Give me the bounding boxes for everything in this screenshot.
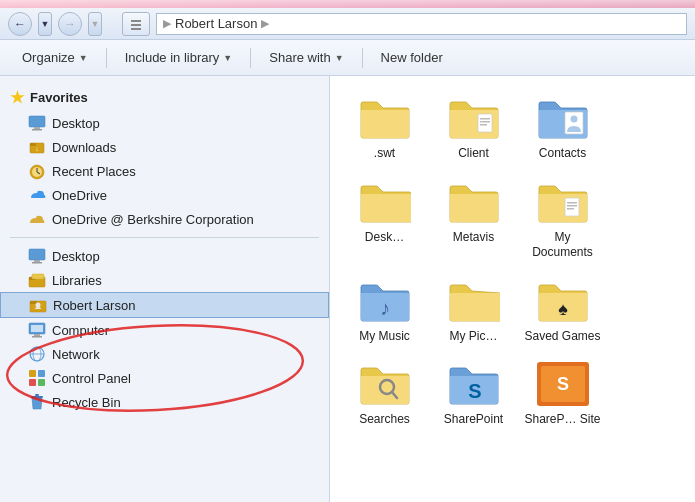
svg-rect-24 (34, 334, 40, 336)
recycle-bin-icon (28, 393, 46, 411)
desktop2-icon (28, 247, 46, 265)
sidebar-item-robert-larson[interactable]: Robert Larson (0, 292, 329, 318)
folder-label-saved-games: Saved Games (524, 329, 600, 345)
sidebar-item-onedrive-corp[interactable]: OneDrive @ Berkshire Corporation (0, 207, 329, 231)
svg-rect-1 (131, 24, 141, 26)
toolbar: Organize ▼ Include in library ▼ Share wi… (0, 40, 695, 76)
back-dropdown[interactable]: ▼ (38, 12, 52, 36)
svg-rect-23 (31, 325, 43, 332)
folder-label-sharepoint-site: ShareP… Site (524, 412, 600, 428)
sidebar-item-network[interactable]: Network (0, 342, 329, 366)
new-folder-button[interactable]: New folder (371, 46, 453, 69)
sidebar-item-recent[interactable]: Recent Places (0, 159, 329, 183)
folder-label-contacts: Contacts (539, 146, 586, 162)
svg-rect-4 (34, 127, 40, 129)
svg-text:S: S (556, 374, 568, 394)
sidebar-item-control-panel[interactable]: Control Panel (0, 366, 329, 390)
svg-rect-2 (131, 28, 141, 30)
share-arrow: ▼ (335, 53, 344, 63)
sidebar-item-libraries[interactable]: Libraries (0, 268, 329, 292)
recent-locations-button[interactable] (122, 12, 150, 36)
toolbar-separator-1 (106, 48, 107, 68)
sidebar-item-onedrive[interactable]: OneDrive (0, 183, 329, 207)
sidebar-item-desktop[interactable]: Desktop (0, 111, 329, 135)
sidebar-desktop-label: Desktop (52, 116, 100, 131)
folder-label-sharepoint: SharePoint (444, 412, 503, 428)
folder-label-my-music: My Music (359, 329, 410, 345)
folder-label-my-documents: My Documents (524, 230, 601, 261)
downloads-icon: ↓ (28, 138, 46, 156)
sidebar-onedrive-corp-label: OneDrive @ Berkshire Corporation (52, 212, 254, 227)
folder-item-sharepoint-site[interactable]: S ShareP… Site (520, 354, 605, 434)
sidebar-control-panel-label: Control Panel (52, 371, 131, 386)
share-with-button[interactable]: Share with ▼ (259, 46, 353, 69)
folder-item-my-music[interactable]: ♪ My Music (342, 271, 427, 351)
svg-text:↓: ↓ (35, 145, 39, 152)
forward-button[interactable]: → (58, 12, 82, 36)
svg-rect-0 (131, 20, 141, 22)
folder-item-searches[interactable]: Searches (342, 354, 427, 434)
folder-item-my-pictures[interactable]: My Pic… (431, 271, 516, 351)
svg-text:♪: ♪ (380, 297, 390, 319)
folder-item-contacts[interactable]: Contacts (520, 88, 605, 168)
include-in-library-label: Include in library (125, 50, 220, 65)
sidebar-recent-label: Recent Places (52, 164, 136, 179)
svg-rect-41 (565, 198, 579, 216)
recent-places-icon (28, 162, 46, 180)
back-button[interactable]: ← (8, 12, 32, 36)
sidebar-item-downloads[interactable]: ↓ Downloads (0, 135, 329, 159)
toolbar-separator-2 (250, 48, 251, 68)
svg-rect-42 (567, 202, 577, 204)
svg-rect-34 (35, 394, 39, 396)
folder-icon-desktop-partial (359, 178, 411, 226)
folder-icon-my-pictures (448, 277, 500, 325)
organize-button[interactable]: Organize ▼ (12, 46, 98, 69)
folder-icon-metavis (448, 178, 500, 226)
favorites-header: ★ Favorites (0, 84, 329, 111)
svg-rect-14 (34, 260, 40, 262)
folder-item-my-documents[interactable]: My Documents (520, 172, 605, 267)
folder-label-searches: Searches (359, 412, 410, 428)
svg-rect-20 (30, 301, 37, 304)
svg-rect-31 (29, 379, 36, 386)
folder-icon-searches (359, 360, 411, 408)
onedrive-corp-icon (28, 210, 46, 228)
svg-rect-44 (567, 208, 574, 210)
toolbar-separator-3 (362, 48, 363, 68)
svg-rect-29 (29, 370, 36, 377)
folder-item-client[interactable]: Client (431, 88, 516, 168)
address-bar[interactable]: ▶ Robert Larson ▶ (156, 13, 687, 35)
svg-rect-38 (480, 124, 487, 126)
sidebar-item-desktop2[interactable]: Desktop (0, 244, 329, 268)
folder-label-swt: .swt (374, 146, 395, 162)
path-label: Robert Larson (175, 16, 257, 31)
libraries-icon (28, 271, 46, 289)
path-separator: ▶ (163, 17, 171, 30)
folder-item-desktop-partial[interactable]: Desk… (342, 172, 427, 267)
sidebar-item-recycle-bin[interactable]: Recycle Bin (0, 390, 329, 414)
organize-arrow: ▼ (79, 53, 88, 63)
folder-item-metavis[interactable]: Metavis (431, 172, 516, 267)
share-with-label: Share with (269, 50, 330, 65)
sidebar-recycle-bin-label: Recycle Bin (52, 395, 121, 410)
folder-label-client: Client (458, 146, 489, 162)
folder-item-sharepoint[interactable]: S SharePoint (431, 354, 516, 434)
svg-rect-30 (38, 370, 45, 377)
path-end-separator: ▶ (261, 17, 269, 30)
sidebar-network-label: Network (52, 347, 100, 362)
folder-item-swt[interactable]: .swt (342, 88, 427, 168)
svg-point-21 (36, 303, 41, 308)
folder-icon-contacts (537, 94, 589, 142)
include-in-library-button[interactable]: Include in library ▼ (115, 46, 243, 69)
svg-rect-25 (32, 336, 42, 338)
sidebar-item-computer[interactable]: Computer (0, 318, 329, 342)
folder-icon-sharepoint: S (448, 360, 500, 408)
control-panel-icon (28, 369, 46, 387)
desktop-icon (28, 114, 46, 132)
svg-rect-13 (29, 249, 45, 260)
folder-icon-client (448, 94, 500, 142)
folder-item-saved-games[interactable]: ♠ Saved Games (520, 271, 605, 351)
forward-dropdown[interactable]: ▼ (88, 12, 102, 36)
sidebar-downloads-label: Downloads (52, 140, 116, 155)
network-icon (28, 345, 46, 363)
